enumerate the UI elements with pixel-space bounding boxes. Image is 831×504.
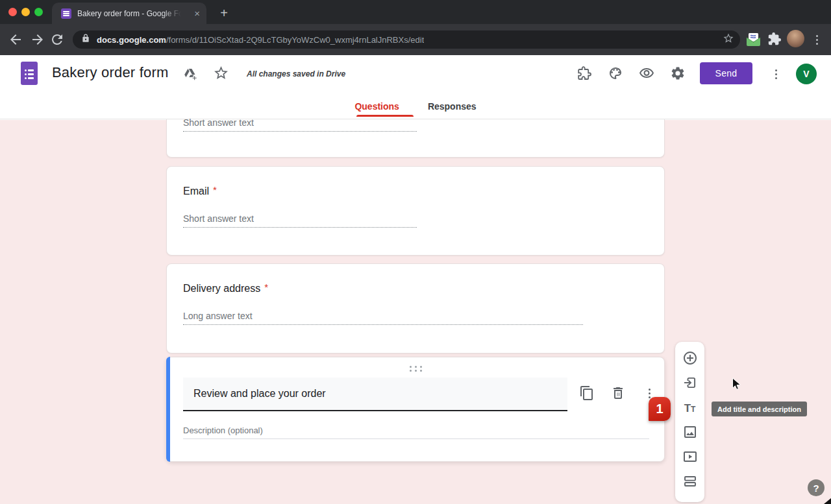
required-asterisk: * [264,282,268,293]
screen: Bakery order form - Google For × + docs.… [0,0,831,504]
add-title-description-icon: TT [684,402,696,415]
google-forms-doc-icon[interactable] [21,62,38,85]
description-input[interactable] [183,422,649,439]
add-section-icon [682,474,698,492]
mail-extension-icon[interactable] [745,32,762,49]
duplicate-icon[interactable] [579,385,595,401]
customize-theme-palette-icon[interactable] [608,66,625,82]
help-button[interactable]: ? [808,479,825,496]
more-options-icon[interactable] [767,66,784,82]
settings-gear-icon[interactable] [670,66,687,82]
tab-title: Bakery order form - Google For [77,9,181,18]
macos-zoom-button[interactable] [34,8,43,16]
form-title[interactable]: Bakery order form [52,64,168,81]
preview-eye-icon[interactable] [639,66,656,82]
import-questions-icon [682,375,698,393]
url-path: /forms/d/11OiScXtad-2Q9LcTGbyYoWzCw0_wxm… [166,35,424,45]
google-forms-favicon-icon [61,8,71,19]
address-bar[interactable]: docs.google.com/forms/d/11OiScXtad-2Q9Lc… [73,30,740,49]
browser-toolbar: docs.google.com/forms/d/11OiScXtad-2Q9Lc… [0,24,831,55]
bookmark-star-icon[interactable] [723,32,734,47]
tab-close-icon[interactable]: × [194,8,200,18]
star-form-icon[interactable] [213,65,230,82]
question-title: Delivery address* [183,282,268,294]
delete-icon[interactable] [610,385,626,401]
section-title-input[interactable] [183,378,567,411]
browser-profile-avatar[interactable] [787,30,804,47]
macos-close-button[interactable] [8,8,17,16]
save-status[interactable]: All changes saved in Drive [247,69,345,78]
add-ons-puzzle-icon[interactable] [577,66,593,82]
extensions-puzzle-icon[interactable] [767,32,784,49]
annotation-step-badge: 1 [649,397,671,421]
import-questions-button[interactable] [680,372,701,396]
question-card-partial[interactable]: Short answer text [166,119,665,158]
form-nav-tabs: Questions Responses [0,95,831,119]
back-icon[interactable] [8,32,23,47]
add-image-icon [682,424,698,442]
add-video-icon [682,449,698,467]
answer-placeholder: Short answer text [183,213,417,228]
question-card-email[interactable]: Email* Short answer text [166,166,665,256]
floating-toolbar: TT [675,342,704,502]
tab-responses[interactable]: Responses [428,95,477,119]
mouse-cursor [732,378,743,394]
add-title-description-button[interactable]: TT [680,396,701,421]
add-question-icon [682,350,698,368]
add-image-button[interactable] [680,421,701,446]
macos-minimize-button[interactable] [21,8,30,16]
account-avatar[interactable]: V [796,64,817,84]
selection-accent-bar [166,357,170,462]
drag-handle-icon[interactable] [167,366,664,368]
form-canvas: Short answer text Email* Short answer te… [0,120,831,504]
add-video-button[interactable] [680,446,701,470]
tooltip: Add title and description [712,402,807,416]
answer-placeholder: Long answer text [183,311,583,325]
add-question-button[interactable] [680,347,701,372]
add-section-button[interactable] [680,470,701,495]
question-title: Email* [183,184,217,197]
secure-lock-icon[interactable] [81,34,90,45]
send-button[interactable]: Send [700,62,752,84]
reload-icon[interactable] [49,32,65,47]
active-tab-underline [356,115,414,117]
selected-title-description-card[interactable]: 1 [166,357,665,462]
url-text: docs.google.com/forms/d/11OiScXtad-2Q9Lc… [97,35,424,45]
url-domain: docs.google.com [97,35,166,45]
browser-menu-icon[interactable] [809,32,825,47]
answer-placeholder: Short answer text [183,117,417,132]
move-to-folder-icon[interactable] [182,66,199,82]
browser-tab-strip: Bakery order form - Google For × + [0,0,831,24]
new-tab-button[interactable]: + [215,4,233,22]
browser-tab[interactable]: Bakery order form - Google For × [52,3,206,24]
required-asterisk: * [213,184,217,195]
forward-icon[interactable] [30,32,45,47]
forms-header: Bakery order form All changes saved in D… [0,55,831,119]
question-card-delivery-address[interactable]: Delivery address* Long answer text [166,263,665,354]
